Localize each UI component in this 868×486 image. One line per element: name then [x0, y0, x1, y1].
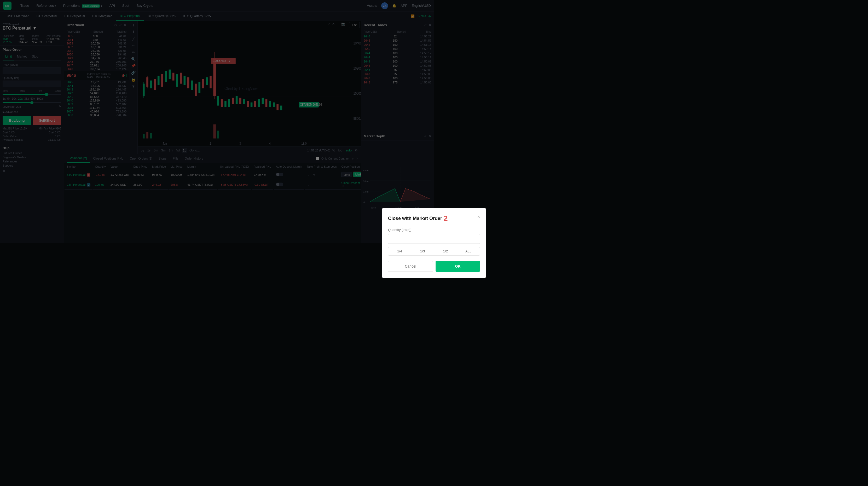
modal-qty-input[interactable] [388, 234, 434, 243]
modal-header: Close with Market Order 2 × [388, 214, 434, 223]
modal-overlay[interactable]: Close with Market Order 2 × Quantity (lo… [0, 0, 434, 243]
modal-close-market-order: Close with Market Order 2 × Quantity (lo… [382, 208, 434, 243]
modal-qty-label: Quantity (lot(s)) [388, 228, 434, 232]
modal-title: Close with Market Order [388, 216, 434, 221]
modal-title-row: Close with Market Order 2 [388, 214, 434, 223]
